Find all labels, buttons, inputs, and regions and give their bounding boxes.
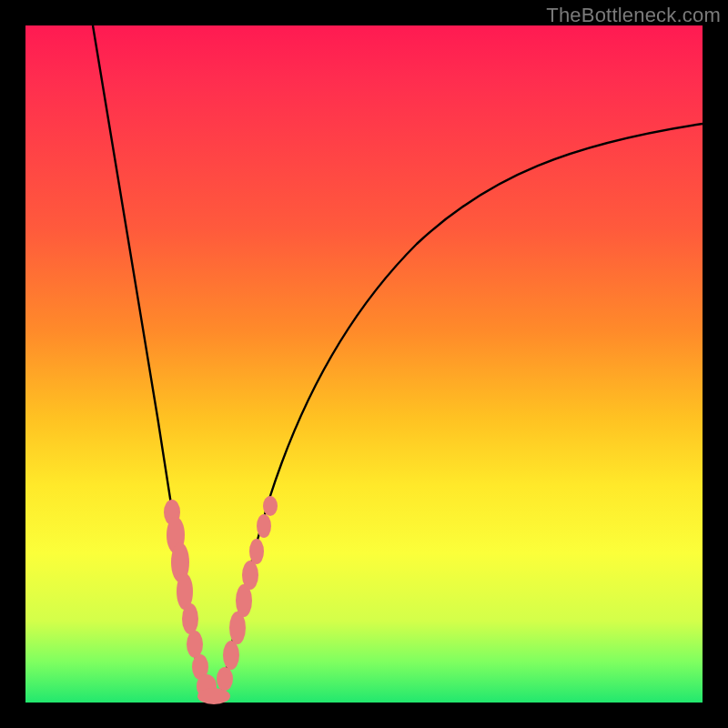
svg-point-5 xyxy=(187,631,203,658)
svg-point-16 xyxy=(263,496,278,516)
svg-point-14 xyxy=(249,539,264,564)
svg-point-9 xyxy=(217,667,233,691)
marker-cluster-right xyxy=(217,496,278,691)
curve-layer xyxy=(25,25,703,703)
watermark-text: TheBottleneck.com xyxy=(546,4,721,27)
svg-point-15 xyxy=(257,514,271,538)
svg-point-4 xyxy=(182,603,198,634)
curve-right-branch xyxy=(220,124,703,703)
chart-frame: TheBottleneck.com xyxy=(0,0,728,728)
plot-area xyxy=(25,25,703,703)
svg-point-10 xyxy=(223,641,239,670)
svg-point-13 xyxy=(242,561,258,590)
marker-cluster-left xyxy=(164,500,217,698)
